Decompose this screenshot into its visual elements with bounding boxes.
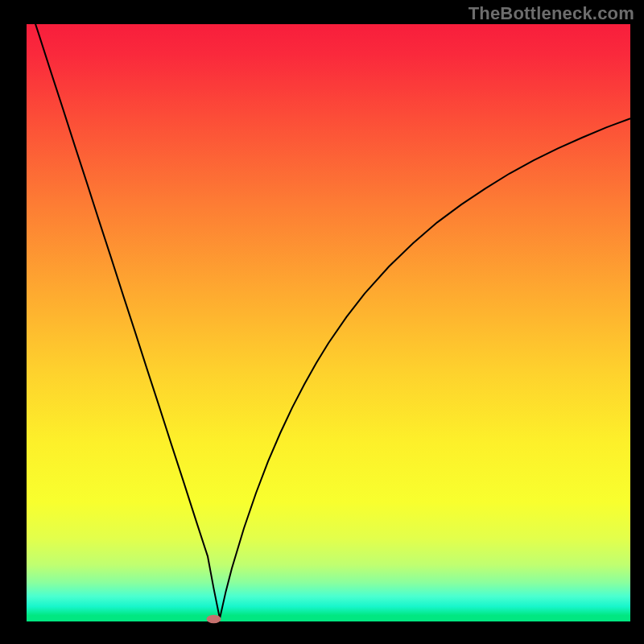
chart-frame: TheBottleneck.com [0,0,644,644]
bottleneck-curve-plot [0,0,644,644]
gradient-background [27,24,630,621]
optimal-point-marker [207,615,221,623]
watermark-text: TheBottleneck.com [469,3,634,24]
